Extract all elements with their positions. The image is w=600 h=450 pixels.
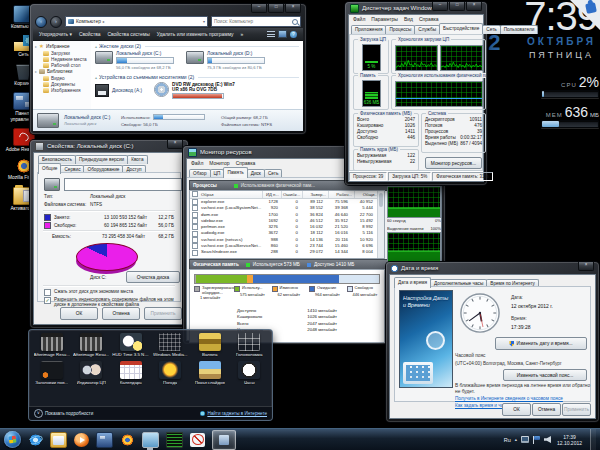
gadget-currency[interactable]: Валюта	[190, 333, 230, 357]
tab-Сеть[interactable]: Сеть	[482, 25, 500, 34]
process-checkbox[interactable]	[192, 199, 198, 205]
dvd-drive-item[interactable]: DVD RW дисковод (E:) Win7 UR x86 Ru OVG …	[154, 82, 240, 99]
cancel-button[interactable]: Отмена	[532, 403, 561, 416]
language-indicator[interactable]: Ru	[504, 437, 511, 443]
gadget-puzzle[interactable]: Головоломка	[230, 333, 270, 357]
compress-checkbox[interactable]	[44, 289, 51, 296]
cancel-button[interactable]: Отмена	[102, 307, 140, 320]
close-button[interactable]: ×	[466, 2, 482, 11]
ok-button[interactable]: ОК	[60, 307, 98, 320]
explorer-toolbar-item[interactable]: Упорядочить ▾	[39, 31, 72, 37]
gadget-calendar[interactable]: Календарь	[111, 361, 151, 385]
taskbar-icon-blocked[interactable]	[190, 433, 205, 447]
explorer-toolbar-item[interactable]: Удалить или изменить программу	[157, 32, 234, 37]
menu-item[interactable]: Файл	[353, 16, 365, 22]
minimize-button[interactable]: –	[251, 4, 267, 13]
gadget-wmp[interactable]: Windows Media...	[151, 333, 191, 357]
action-center-icon[interactable]	[533, 436, 540, 444]
show-desktop-button[interactable]	[590, 429, 596, 450]
drive-item[interactable]: Локальный диск (C:)56,0 ГБ свободно из 6…	[95, 51, 174, 70]
gadget-cpu-meter[interactable]: Индикатор ЦП	[72, 361, 112, 385]
floppy-drive-item[interactable]: Дисковод (A:)	[95, 82, 142, 99]
hidden-icons-button[interactable]: ▴	[515, 437, 517, 442]
process-checkbox[interactable]	[192, 218, 198, 224]
taskbar-icon-ie[interactable]	[28, 433, 43, 447]
tab-Службы[interactable]: Службы	[414, 25, 440, 34]
menu-item[interactable]: Файл	[191, 160, 203, 166]
back-button[interactable]: ‹	[35, 16, 47, 28]
menu-item[interactable]: Вид	[404, 16, 413, 22]
index-checkbox[interactable]: ✓	[44, 297, 51, 304]
close-button[interactable]: ×	[285, 4, 301, 13]
process-row[interactable]: SearchIndexer.exe288029 07214 3448 0046 …	[190, 249, 384, 255]
date-time-titlebar[interactable]: Дата и время	[386, 262, 599, 274]
search-icon[interactable]	[292, 19, 298, 25]
gadget-afterimage[interactable]: Afterimage Resu...	[32, 333, 72, 357]
close-button[interactable]: ×	[167, 140, 183, 149]
help-icon[interactable]: ?	[290, 31, 297, 38]
gadget-afterimage2[interactable]: Afterimage Resu...	[72, 333, 112, 357]
column-header[interactable]: Ошибк...	[282, 191, 303, 198]
compress-checkbox-row[interactable]: Сжать этот диск для экономии места	[44, 289, 182, 296]
tab-Память[interactable]: Память	[223, 167, 247, 178]
group-header-removable[interactable]: ▴Устройства со съемными носителями (2)	[95, 74, 299, 80]
sidebar-group-libraries[interactable]: ▸Библиотеки	[33, 68, 91, 75]
taskbar-icon-display[interactable]	[142, 432, 159, 448]
resource-monitor-button[interactable]: Монитор ресурсов...	[425, 157, 482, 169]
column-header[interactable]: Образ	[200, 191, 263, 198]
sidebar-group-favorites[interactable]: ▸★Избранное	[33, 43, 91, 50]
cpu-meter-gadget[interactable]: CPU2%	[541, 76, 599, 98]
menu-item[interactable]: Параметры	[371, 16, 398, 22]
timezone-info-link[interactable]: Получить в Интернете сведения о часовом …	[455, 396, 563, 401]
maximize-button[interactable]: □	[449, 2, 465, 11]
preview-pane-icon[interactable]	[278, 30, 287, 38]
taskbar-icon-explorer[interactable]	[50, 432, 67, 448]
taskbar-icon-gadgets[interactable]	[212, 430, 236, 450]
taskbar-icon-control-panel[interactable]	[96, 432, 113, 448]
maximize-button[interactable]: □	[268, 4, 284, 13]
views-icon[interactable]	[267, 31, 275, 37]
process-checkbox[interactable]	[192, 243, 198, 249]
tab-Общие[interactable]: Общие	[38, 163, 61, 174]
explorer-toolbar-item[interactable]: Свойства	[79, 32, 100, 37]
table-scrollbar[interactable]	[377, 191, 384, 258]
tab-Пользователи[interactable]: Пользователи	[500, 25, 539, 34]
taskbar-icon-cpu-widget[interactable]	[166, 432, 183, 448]
column-header[interactable]: ИД п...	[263, 191, 282, 198]
tab-Быстродействие[interactable]: Быстродействие	[439, 23, 483, 34]
column-header[interactable]: Завер...	[303, 191, 329, 198]
ok-button[interactable]: ОК	[502, 403, 531, 416]
process-checkbox[interactable]	[192, 224, 198, 230]
tab-Приложения[interactable]: Приложения	[351, 25, 386, 34]
show-details-link[interactable]: ∨Показать подробности	[34, 409, 93, 418]
menu-item[interactable]: Справка	[419, 16, 439, 22]
network-tray-icon[interactable]	[521, 436, 529, 443]
process-checkbox[interactable]	[192, 231, 198, 237]
close-button[interactable]: ×	[578, 262, 594, 271]
explorer-toolbar-item[interactable]: Свойства системы	[107, 32, 149, 37]
apply-button[interactable]: Применить	[562, 403, 591, 416]
drive-item[interactable]: Локальный диск (D:)75,3 ГБ свободно из 8…	[186, 51, 265, 70]
tab-Процессы[interactable]: Процессы	[385, 25, 415, 34]
gadget-clock[interactable]: Часы	[230, 361, 270, 385]
select-all-checkbox[interactable]	[192, 191, 198, 197]
change-timezone-button[interactable]: Изменить часовой пояс...	[503, 369, 587, 381]
address-bar[interactable]: Компьютер ▸ ▾	[65, 16, 208, 27]
volume-label-input[interactable]	[64, 178, 182, 191]
disk-cleanup-button[interactable]: Очистка диска	[126, 271, 180, 283]
process-checkbox[interactable]	[192, 237, 198, 243]
taskbar-icon-firefox[interactable]	[120, 433, 135, 447]
puzzle-piece-icon[interactable]	[585, 2, 597, 14]
gadget-hud-time[interactable]: HUD Time 3.5 Ne...	[111, 333, 151, 357]
column-header[interactable]: Рабоч...	[329, 191, 355, 198]
group-header-hdd[interactable]: ▴Жесткие диски (2)	[95, 43, 299, 49]
sidebar-item[interactable]: Изображения	[33, 87, 91, 93]
apply-button[interactable]: Применить	[144, 307, 182, 320]
disk-properties-titlebar[interactable]: Свойства: Локальный диск (C:)	[30, 140, 188, 152]
forward-button[interactable]: ›	[50, 16, 62, 28]
volume-icon[interactable]	[544, 436, 551, 443]
gadget-news[interactable]: Заголовки нов...	[32, 361, 72, 385]
gadget-slideshow[interactable]: Показ слайдов	[190, 361, 230, 385]
mem-meter-gadget[interactable]: MEM636МБ	[541, 106, 599, 128]
minimize-button[interactable]: –	[432, 2, 448, 11]
